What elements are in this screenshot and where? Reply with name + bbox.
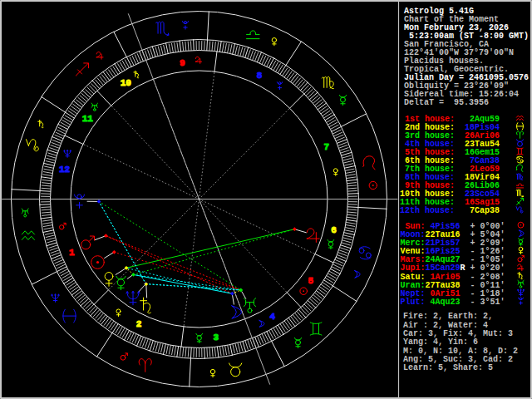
- svg-text:10: 10: [121, 78, 131, 88]
- svg-text:12: 12: [59, 165, 70, 175]
- svg-text:5: 5: [308, 276, 313, 286]
- svg-text:1: 1: [69, 248, 75, 258]
- svg-text:9: 9: [180, 58, 185, 68]
- svg-text:8: 8: [257, 71, 263, 81]
- svg-text:6: 6: [331, 225, 337, 235]
- svg-text:4: 4: [269, 312, 275, 322]
- svg-text:7: 7: [323, 142, 329, 152]
- svg-text:3: 3: [213, 332, 219, 342]
- svg-text:11: 11: [82, 114, 94, 124]
- svg-text:2: 2: [136, 319, 142, 329]
